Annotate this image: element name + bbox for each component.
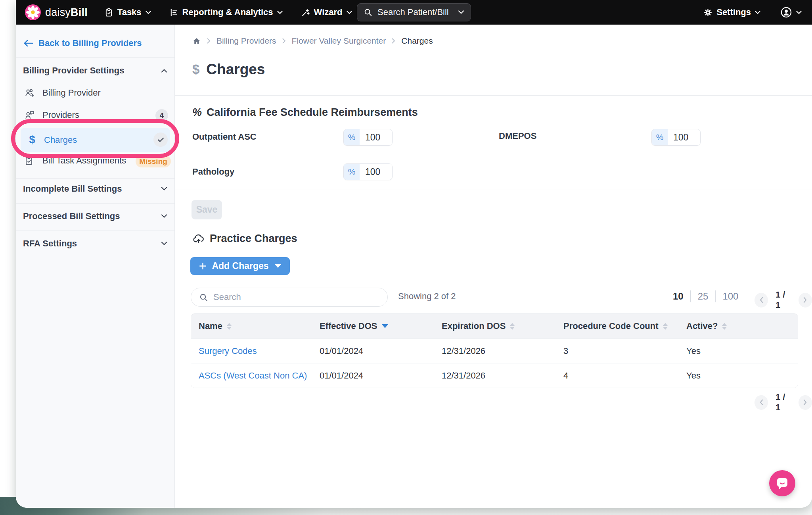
- breadcrumb-separator-icon: [392, 38, 395, 44]
- add-charges-button[interactable]: Add Charges: [190, 257, 290, 275]
- breadcrumb-billing-providers[interactable]: Billing Providers: [216, 36, 276, 46]
- page-size-25[interactable]: 25: [690, 290, 715, 302]
- dollar-icon: $: [27, 134, 37, 146]
- pathology-value[interactable]: [360, 164, 392, 180]
- column-header-effective-dos[interactable]: Effective DOS: [320, 321, 442, 331]
- pathology-label: Pathology: [192, 166, 234, 178]
- page-size-10[interactable]: 10: [673, 290, 690, 302]
- providers-icon: [24, 110, 36, 120]
- plus-icon: [199, 262, 207, 270]
- chevron-down-icon: [277, 11, 283, 14]
- sidebar-item-billing-provider[interactable]: Billing Provider: [24, 88, 101, 98]
- next-page-button[interactable]: [799, 293, 812, 307]
- search-icon: [364, 8, 372, 17]
- content-area: Back to Billing Providers Billing Provid…: [16, 25, 812, 508]
- table-header-row: Name Effective DOS Expiration DOS Proced…: [191, 314, 798, 338]
- outpatient-asc-input[interactable]: %: [343, 129, 393, 146]
- search-input[interactable]: [213, 292, 379, 302]
- nav-item-tasks[interactable]: Tasks: [104, 7, 151, 17]
- back-link-label: Back to Billing Providers: [38, 38, 142, 48]
- clipboard-check-icon: [24, 156, 36, 166]
- sidebar: Back to Billing Providers Billing Provid…: [16, 25, 175, 508]
- fee-schedule-section-header: % California Fee Schedule Reimbursements: [192, 106, 418, 119]
- providers-count-badge: 4: [155, 109, 168, 122]
- section-processed-bill-settings[interactable]: Processed Bill Settings: [23, 211, 167, 221]
- top-nav: daisyBill Tasks Reporting & Analytics: [16, 0, 812, 25]
- caret-down-icon: [275, 264, 281, 268]
- charge-set-link[interactable]: Surgery Codes: [199, 346, 257, 356]
- column-header-procedure-code-count[interactable]: Procedure Code Count: [563, 321, 686, 331]
- chevron-up-icon: [161, 69, 167, 73]
- sort-icon: [663, 323, 668, 330]
- sidebar-item-label: Billing Provider: [42, 88, 101, 98]
- settings-menu[interactable]: Settings: [703, 7, 760, 17]
- sidebar-item-label: Providers: [42, 110, 79, 120]
- sidebar-item-charges[interactable]: $ Charges: [21, 128, 170, 152]
- section-billing-provider-settings[interactable]: Billing Provider Settings: [23, 65, 167, 76]
- divider: [16, 231, 174, 231]
- divider: [175, 155, 812, 155]
- search-icon: [199, 293, 208, 302]
- effective-dos-cell: 01/01/2024: [320, 371, 442, 381]
- pathology-input[interactable]: %: [343, 163, 393, 180]
- sidebar-item-providers[interactable]: Providers: [24, 110, 79, 120]
- charge-set-link[interactable]: ASCs (West Coast Non CA): [199, 371, 307, 380]
- arrow-left-icon: [23, 39, 33, 47]
- breadcrumb-current: Charges: [401, 36, 433, 46]
- chevron-down-icon: [458, 10, 464, 14]
- app-window: daisyBill Tasks Reporting & Analytics: [16, 0, 812, 508]
- sidebar-item-bill-task-assignments[interactable]: Bill Task Assignments: [24, 156, 126, 166]
- patient-bill-search[interactable]: Search Patient/Bill: [357, 3, 471, 21]
- outpatient-asc-value[interactable]: [360, 129, 392, 145]
- back-to-billing-providers-link[interactable]: Back to Billing Providers: [23, 38, 142, 48]
- procedure-code-count-cell: 4: [563, 371, 686, 381]
- table-row: ASCs (West Coast Non CA) 01/01/2024 12/3…: [191, 363, 798, 388]
- billing-provider-icon: [24, 88, 36, 98]
- table-row: Surgery Codes 01/01/2024 12/31/2026 3 Ye…: [191, 338, 798, 363]
- report-chart-icon: [169, 8, 178, 17]
- nav-item-label: Tasks: [117, 7, 142, 17]
- section-title: Processed Bill Settings: [23, 211, 120, 221]
- section-header-text: California Fee Schedule Reimbursements: [207, 106, 418, 119]
- home-icon[interactable]: [192, 37, 201, 45]
- column-header-active[interactable]: Active?: [686, 321, 798, 331]
- chevron-down-icon: [146, 11, 151, 14]
- expiration-dos-cell: 12/31/2026: [442, 346, 563, 356]
- section-incomplete-bill-settings[interactable]: Incomplete Bill Settings: [23, 184, 167, 194]
- chevron-down-icon: [161, 242, 167, 246]
- chevron-left-icon: [759, 297, 763, 303]
- chevron-down-icon: [796, 11, 802, 14]
- dmepos-input[interactable]: %: [651, 129, 701, 146]
- account-menu[interactable]: [780, 6, 802, 18]
- breadcrumb-billing-provider-name[interactable]: Flower Valley Surgicenter: [292, 36, 386, 46]
- section-rfa-settings[interactable]: RFA Settings: [23, 238, 167, 249]
- dmepos-label: DMEPOS: [499, 130, 536, 142]
- divider: [175, 95, 812, 96]
- nav-item-reporting[interactable]: Reporting & Analytics: [169, 7, 283, 17]
- cloud-upload-icon: [192, 233, 205, 244]
- prev-page-button[interactable]: [755, 395, 768, 410]
- procedure-code-count-cell: 3: [563, 346, 686, 356]
- column-header-name[interactable]: Name: [199, 321, 320, 331]
- column-header-expiration-dos[interactable]: Expiration DOS: [442, 321, 563, 331]
- sort-desc-icon: [382, 324, 388, 328]
- prev-page-button[interactable]: [755, 293, 768, 307]
- brand-logo[interactable]: daisyBill: [25, 4, 88, 20]
- save-button[interactable]: Save: [192, 200, 222, 219]
- percent-prefix: %: [652, 129, 668, 145]
- add-charges-label: Add Charges: [212, 261, 268, 271]
- page-size-100[interactable]: 100: [715, 290, 745, 302]
- next-page-button[interactable]: [799, 395, 812, 410]
- pagination-top: 1 / 1: [755, 290, 812, 310]
- nav-item-wizard[interactable]: Wizard: [301, 7, 352, 17]
- missing-badge: Missing: [136, 155, 171, 167]
- nav-right: Settings: [703, 6, 802, 18]
- table-search[interactable]: [191, 288, 388, 307]
- dmepos-value[interactable]: [668, 129, 700, 145]
- brand-name: daisyBill: [45, 6, 88, 19]
- divider: [16, 203, 174, 204]
- support-chat-button[interactable]: [769, 470, 795, 496]
- chevron-down-icon: [161, 214, 167, 218]
- percent-prefix: %: [344, 164, 360, 180]
- charges-table: Name Effective DOS Expiration DOS Proced…: [191, 313, 798, 388]
